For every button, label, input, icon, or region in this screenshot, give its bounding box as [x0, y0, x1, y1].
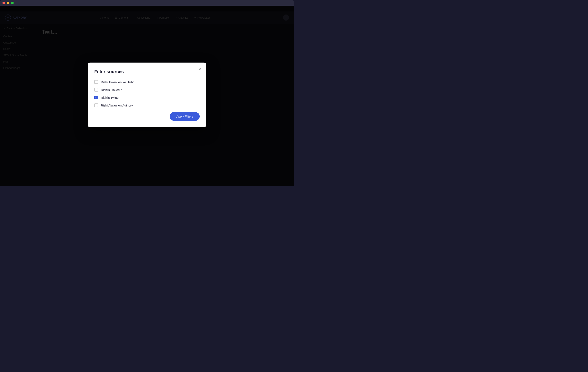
- filter-label-twitter: Rishi's Twitter: [101, 96, 120, 99]
- close-button[interactable]: [2, 2, 5, 4]
- filter-label-linkedin: Rishi's LinkedIn: [101, 88, 122, 92]
- filter-option-authory: Rishi Alwani on Authory: [94, 103, 200, 107]
- filter-sources-close[interactable]: ×: [199, 67, 201, 71]
- filter-sources-modal: Filter sources × Rishi Alwani on YouTube…: [88, 63, 206, 127]
- filter-sources-title: Filter sources: [94, 69, 200, 74]
- maximize-button[interactable]: [11, 2, 14, 4]
- window-chrome: [0, 0, 294, 6]
- filter-option-linkedin: Rishi's LinkedIn: [94, 88, 200, 92]
- filter-checkbox-twitter[interactable]: [94, 96, 98, 99]
- filter-checkbox-youtube[interactable]: [94, 80, 98, 84]
- filter-label-youtube: Rishi Alwani on YouTube: [101, 80, 135, 84]
- filter-label-authory: Rishi Alwani on Authory: [101, 104, 133, 107]
- filter-option-youtube: Rishi Alwani on YouTube: [94, 80, 200, 84]
- apply-filters-button[interactable]: Apply Filters: [170, 112, 200, 121]
- filter-checkbox-linkedin[interactable]: [94, 88, 98, 92]
- minimize-button[interactable]: [7, 2, 9, 4]
- filter-checkbox-authory[interactable]: [94, 103, 98, 107]
- filter-option-twitter: Rishi's Twitter: [94, 96, 200, 99]
